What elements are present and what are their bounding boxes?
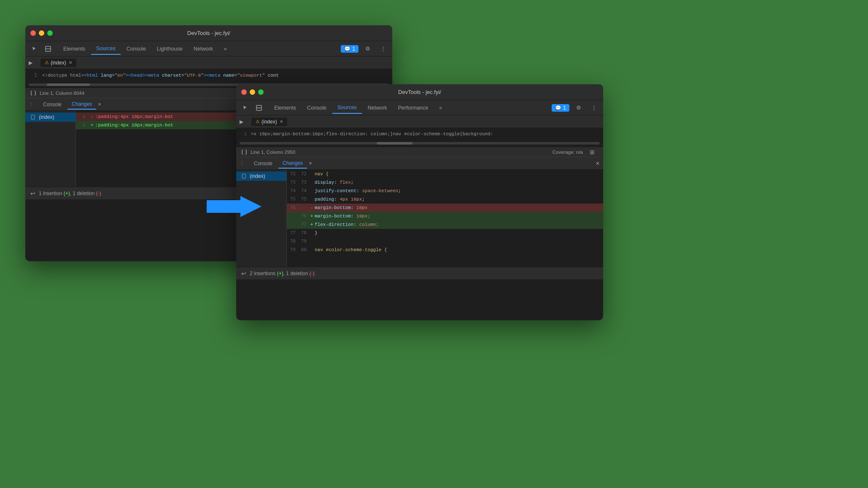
tab-more-1[interactable]: » xyxy=(219,43,232,54)
scrollbar-thumb-2[interactable] xyxy=(377,142,412,145)
svg-marker-3 xyxy=(207,196,261,217)
diff-text-removed-1: :padding:4px 10px;margin-bot xyxy=(95,113,173,121)
tab-sources-2[interactable]: Sources xyxy=(332,102,362,114)
tab-console-2[interactable]: Console xyxy=(302,102,332,113)
panel-tab-changes-2[interactable]: Changes xyxy=(278,158,307,169)
undo-icon-1[interactable]: ↩ xyxy=(30,190,35,197)
code-area-2: 1 >x 10px;margin-bottom:10px;flex-direct… xyxy=(236,128,603,140)
more-icon-1[interactable]: ⋮ xyxy=(377,43,389,55)
panel-tab-changes-1[interactable]: Changes xyxy=(67,99,96,110)
close-button-1[interactable] xyxy=(30,30,36,36)
w2-diff-79-80: 79 80 nav #color-scheme-toggle { xyxy=(287,246,603,254)
scrollbar-track-2 xyxy=(240,142,600,145)
minimize-button-1[interactable] xyxy=(39,30,44,36)
dock-icon[interactable] xyxy=(42,43,54,55)
warning-icon-2: ⚠ xyxy=(256,119,260,124)
panel-changes-close-1[interactable]: ✕ xyxy=(98,102,101,107)
tab-network-1[interactable]: Network xyxy=(189,43,218,54)
panel-tab-bar-2: ⋮ Console Changes ✕ ✕ xyxy=(236,157,603,170)
diff-text-added-1: :padding:4px 10px;margin-bot xyxy=(95,121,173,129)
settings-icon-1[interactable]: ⚙ xyxy=(362,43,374,55)
maximize-button-2[interactable] xyxy=(258,89,264,95)
panel-changes-close-2[interactable]: ✕ xyxy=(309,161,312,166)
settings-icon-2[interactable]: ⚙ xyxy=(573,102,585,114)
diff-minus-marker: - xyxy=(309,204,315,212)
cursor-icon[interactable] xyxy=(29,43,40,55)
panel-more-icon-2[interactable]: ⋮ xyxy=(240,161,248,166)
devtools-window-2: DevTools - jec.fyi/ Elements Console Sou… xyxy=(236,84,603,320)
file-list-item-index-2[interactable]: (index) xyxy=(236,172,286,181)
undo-icon-2[interactable]: ↩ xyxy=(241,270,246,277)
status-text-2: Line 1, Column 2950 xyxy=(251,150,295,155)
file-icon-2 xyxy=(241,174,246,179)
badge-count-1: 1 xyxy=(352,46,355,52)
w2-diff-content: 72 72 nav { 73 73 xyxy=(287,170,603,254)
tab-lighthouse-1[interactable]: Lighthouse xyxy=(152,43,188,54)
file-tab-index-1[interactable]: ⚠ (index) ✕ xyxy=(40,59,76,67)
tab-console-1[interactable]: Console xyxy=(121,43,151,54)
file-list-item-index-1[interactable]: (index) xyxy=(25,113,75,122)
svg-rect-2 xyxy=(31,115,35,119)
curly-braces-icon-2 xyxy=(241,149,247,155)
panel-tab-console-1[interactable]: Console xyxy=(39,100,66,109)
panel-close-btn-2[interactable]: ✕ xyxy=(596,161,600,166)
panel-more-icon-1[interactable]: ⋮ xyxy=(29,102,37,107)
bottom-panel-2: ⋮ Console Changes ✕ ✕ (index) xyxy=(236,157,603,279)
w2-diff-75: 75 75 padding: 4px 10px; xyxy=(287,195,603,204)
file-tab-index-2[interactable]: ⚠ (index) ✕ xyxy=(251,118,287,126)
tab-network-2[interactable]: Network xyxy=(363,102,392,113)
tab-bar-right-2: 💬 1 ⚙ ⋮ xyxy=(552,102,600,114)
file-list-1: (index) xyxy=(25,111,76,187)
traffic-lights-1 xyxy=(30,30,53,36)
sidebar-toggle-1[interactable]: ▶ xyxy=(29,60,39,66)
arrow-icon xyxy=(207,194,261,219)
svg-rect-6 xyxy=(242,174,245,178)
scrollbar-thumb-1[interactable] xyxy=(47,83,90,86)
blue-arrow xyxy=(207,194,261,221)
w2-code-text-1: >x 10px;margin-bottom:10px;flex-directio… xyxy=(251,130,493,138)
sidebar-toggle-2[interactable]: ▶ xyxy=(240,119,250,125)
chat-icon-2: 💬 xyxy=(555,105,561,111)
summary-text-2: 2 insertions (+), 1 deletion (-) xyxy=(250,271,315,276)
more-icon-2[interactable]: ⋮ xyxy=(588,102,600,114)
w2-diff-73: 73 73 display: flex; xyxy=(287,178,603,187)
coverage-text-2: Coverage: n/a xyxy=(553,150,583,155)
tab-more-2[interactable]: » xyxy=(434,102,447,113)
file-tab-close-1[interactable]: ✕ xyxy=(69,60,72,65)
scrollbar-2[interactable] xyxy=(236,140,603,147)
status-bar-2: Line 1, Column 2950 Coverage: n/a ⊞ xyxy=(236,147,603,157)
tab-sources-1[interactable]: Sources xyxy=(91,43,121,55)
messages-badge-2[interactable]: 💬 1 xyxy=(552,104,569,112)
tab-bar-right-1: 💬 1 ⚙ ⋮ xyxy=(341,43,389,55)
file-tab-close-2[interactable]: ✕ xyxy=(280,119,283,124)
w2-diff-76-added: 76 + margin-bottom: 10px; xyxy=(287,212,603,220)
panel-tab-console-2[interactable]: Console xyxy=(250,159,277,168)
cursor-icon-2[interactable] xyxy=(240,102,251,114)
close-button-2[interactable] xyxy=(241,89,247,95)
diff-num-right-1: 1 xyxy=(76,121,89,129)
tab-bar-1: Elements Sources Console Lighthouse Netw… xyxy=(25,41,392,56)
code-line-1: 1 <!doctype html><html lang="en"><head><… xyxy=(25,71,392,80)
messages-badge-1[interactable]: 💬 1 xyxy=(341,45,359,53)
w2-diff-78-79: 78 79 xyxy=(287,237,603,246)
badge-count-2: 1 xyxy=(563,105,566,111)
w2-diff-74: 74 74 justify-content: space-between; xyxy=(287,187,603,195)
diff-area-2: 72 72 nav { 73 73 xyxy=(287,170,603,267)
tab-performance-2[interactable]: Performance xyxy=(393,102,434,113)
warning-icon-1: ⚠ xyxy=(45,60,49,65)
dock-icon-2[interactable] xyxy=(253,102,265,114)
tab-elements-1[interactable]: Elements xyxy=(58,43,90,54)
tab-bar-icons-1 xyxy=(29,43,54,55)
summary-text-1: 1 insertion (+), 1 deletion (-) xyxy=(39,190,101,196)
file-name-1: (index) xyxy=(39,114,54,120)
title-bar-2: DevTools - jec.fyi/ xyxy=(236,84,603,100)
coverage-icon-2[interactable]: ⊞ xyxy=(586,146,598,158)
tab-elements-2[interactable]: Elements xyxy=(269,102,301,113)
window-title-1: DevTools - jec.fyi/ xyxy=(187,30,230,36)
w2-diff-72: 72 72 nav { xyxy=(287,170,603,178)
title-bar-1: DevTools - jec.fyi/ xyxy=(25,25,392,41)
minimize-button-2[interactable] xyxy=(250,89,255,95)
window-title-2: DevTools - jec.fyi/ xyxy=(398,89,441,95)
maximize-button-1[interactable] xyxy=(47,30,53,36)
file-tab-bar-1: ▶ ⚠ (index) ✕ xyxy=(25,56,392,69)
